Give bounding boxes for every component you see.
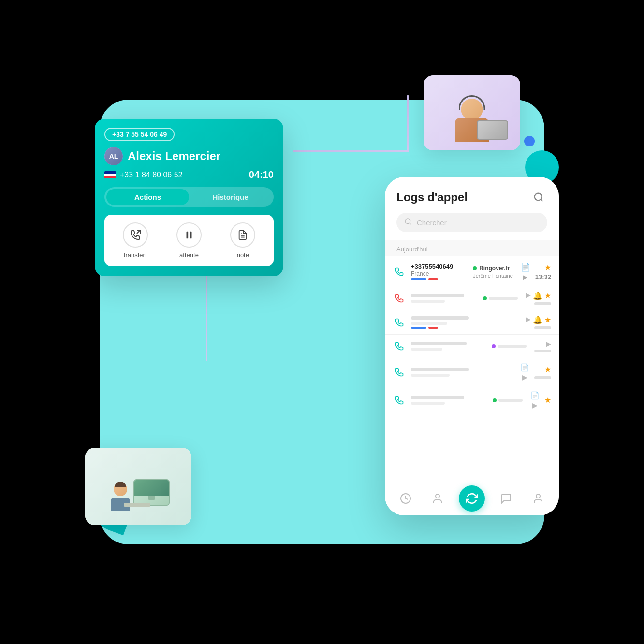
svg-rect-1: [186, 232, 188, 239]
svg-point-11: [536, 494, 540, 498]
france-flag: [104, 171, 116, 179]
call-log-item-6[interactable]: 📄 ▶ ★: [385, 386, 559, 414]
call-widget: +33 7 55 54 06 49 AL Alexis Lemercier +3…: [95, 119, 283, 276]
play-icon-3: ▶: [526, 315, 531, 324]
note-icon-6: 📄: [530, 391, 540, 400]
agent-laptop: [477, 120, 508, 140]
play-icon-1: ▶: [523, 273, 528, 281]
caller-info-row: +33 1 84 80 06 52 04:10: [104, 169, 274, 180]
app-header: Logs d'appel Chercher: [385, 177, 559, 240]
flag-phone: +33 1 84 80 06 52: [104, 171, 182, 179]
caller-name: Alexis Lemercier: [128, 149, 220, 163]
transfert-button[interactable]: transfert: [111, 222, 159, 259]
call-timer: 04:10: [249, 169, 274, 180]
call-log-tags-1: [411, 278, 468, 280]
call-log-icons-5: 📄 ▶: [520, 363, 529, 381]
star-icon-3[interactable]: ★: [544, 315, 551, 324]
caller-avatar-inner: AL: [104, 147, 123, 165]
transfert-icon: [123, 222, 148, 248]
call-log-item-1[interactable]: +33755540649 France Ringover.fr Jérôme F…: [385, 256, 559, 286]
call-log-info-4: [411, 342, 487, 351]
agent-visual-tr: [440, 82, 503, 145]
search-bar[interactable]: Chercher: [396, 213, 547, 232]
call-log-info-6: [411, 396, 488, 405]
note-label: note: [237, 251, 249, 259]
note-icon-5: 📄: [520, 363, 529, 372]
call-log-info-1: +33755540649 France: [411, 263, 468, 280]
search-placeholder: Chercher: [417, 219, 447, 227]
status-dot-2: [483, 296, 487, 300]
call-tabs: Actions Historique: [104, 187, 274, 207]
caller-row: AL Alexis Lemercier: [104, 147, 274, 165]
meta-sub-1: Jérôme Fontaine: [473, 273, 513, 278]
attente-label: attente: [179, 251, 199, 259]
call-log-country-1: France: [411, 270, 468, 277]
nav-person[interactable]: [427, 488, 448, 509]
phone-icon-6: [393, 394, 406, 407]
deco-circle-blue: [524, 136, 535, 146]
nav-refresh[interactable]: [459, 485, 485, 512]
attente-button[interactable]: attente: [165, 222, 213, 259]
note-icon: [230, 222, 255, 248]
call-log-item-3[interactable]: ▶ 🔔 ★: [385, 310, 559, 335]
star-icon-1[interactable]: ★: [544, 263, 551, 272]
call-log-info-3: [411, 316, 521, 329]
header-search-button[interactable]: [530, 189, 547, 206]
transfert-label: transfert: [124, 251, 147, 259]
call-logs-list: +33755540649 France Ringover.fr Jérôme F…: [385, 256, 559, 481]
play-icon-5: ▶: [522, 373, 527, 381]
agent-card-top-right: [424, 75, 520, 150]
phone-icon-5: [393, 366, 406, 379]
header-row: Logs d'appel: [396, 189, 547, 206]
svg-rect-2: [190, 232, 192, 239]
nav-avatar[interactable]: [527, 488, 549, 509]
status-dot-6: [493, 398, 497, 402]
connector-top: [293, 150, 409, 152]
call-log-icons-1: 📄 ▶: [521, 263, 530, 281]
phone-number-badge: +33 7 55 54 06 49: [104, 128, 175, 141]
nav-clock[interactable]: [395, 488, 416, 509]
app-title: Logs d'appel: [396, 190, 468, 204]
svg-point-7: [405, 219, 410, 224]
call-log-item-4[interactable]: ▶: [385, 335, 559, 358]
phone-icon-2: [393, 292, 406, 305]
note-button[interactable]: note: [219, 222, 267, 259]
bell-icon-2: 🔔: [533, 291, 542, 300]
agent-card-bottom-left: [85, 448, 191, 525]
call-log-item-2[interactable]: ▶ 🔔 ★: [385, 286, 559, 310]
call-log-info-2: [411, 294, 478, 303]
tab-actions[interactable]: Actions: [106, 189, 189, 205]
call-log-icons-6: 📄 ▶: [530, 391, 540, 409]
bell-icon-3: 🔔: [533, 315, 542, 324]
svg-point-5: [535, 193, 542, 201]
tab-historique[interactable]: Historique: [189, 189, 272, 205]
phone-icon-3: [393, 316, 406, 329]
agent-head: [461, 99, 483, 120]
svg-line-6: [541, 199, 542, 201]
star-icon-5[interactable]: ★: [544, 365, 551, 374]
svg-point-10: [436, 494, 439, 498]
phone-icon-1: [393, 265, 406, 278]
star-icon-2[interactable]: ★: [544, 291, 551, 300]
search-bar-icon: [404, 218, 412, 227]
call-log-tags-3: [411, 327, 521, 329]
call-log-item-5[interactable]: 📄 ▶ ★: [385, 358, 559, 386]
call-log-number-1: +33755540649: [411, 263, 468, 270]
play-icon-6: ▶: [532, 401, 538, 409]
star-icon-6[interactable]: ★: [544, 395, 551, 405]
scene: +33 7 55 54 06 49 AL Alexis Lemercier +3…: [56, 56, 588, 588]
connector-right: [407, 95, 409, 150]
status-dot-4: [492, 344, 496, 348]
note-icon-1: 📄: [521, 263, 530, 272]
bottom-nav: [385, 481, 559, 515]
phone-icon-4: [393, 339, 406, 353]
nav-chat[interactable]: [496, 488, 517, 509]
caller-number: +33 1 84 80 06 52: [120, 171, 182, 179]
call-log-info-5: [411, 368, 515, 377]
play-icon-2: ▶: [526, 291, 531, 300]
action-buttons: transfert attente: [104, 215, 274, 266]
connector-left: [206, 264, 207, 361]
play-icon-4: ▶: [546, 340, 551, 348]
caller-avatar: AL: [104, 147, 123, 165]
phone-app: Logs d'appel Chercher Aujourd: [385, 177, 559, 515]
